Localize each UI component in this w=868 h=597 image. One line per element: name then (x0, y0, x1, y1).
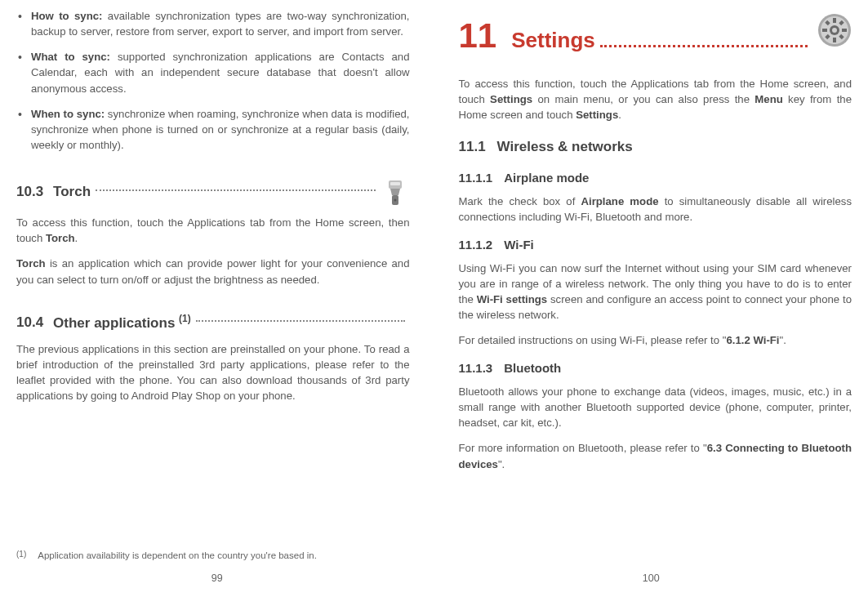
chapter-number: 11 (459, 19, 497, 53)
section-title: Airplane mode (504, 171, 589, 185)
wifi-paragraph-2: For detailed instructions on using Wi-Fi… (459, 332, 852, 348)
heading-11-1-3-bluetooth: 11.1.3Bluetooth (459, 359, 852, 377)
section-number: 11.1.3 (459, 361, 505, 375)
svg-rect-1 (390, 182, 400, 185)
section-title: Other applications (1) (53, 312, 191, 333)
text-bold: Settings (490, 93, 532, 105)
leader-dots (600, 45, 808, 47)
heading-10-3-torch: 10.3 Torch (16, 177, 410, 207)
text-bold: Wi-Fi settings (477, 293, 548, 305)
text-bold: Airplane mode (581, 195, 658, 207)
section-number: 10.3 (16, 182, 53, 203)
settings-intro-paragraph: To access this function, touch the Appli… (459, 76, 852, 123)
svg-point-15 (832, 28, 837, 33)
footnote-marker: (1) (179, 313, 191, 324)
page-100: 11 Settings (434, 0, 869, 597)
text-span: . (618, 109, 621, 121)
bluetooth-paragraph-1: Bluetooth allows your phone to exchange … (459, 384, 852, 430)
svg-rect-7 (833, 18, 836, 23)
svg-rect-10 (842, 29, 847, 32)
section-number: 11.1.1 (459, 171, 505, 185)
leader-dots (96, 189, 375, 191)
section-title: Wi-Fi (504, 238, 534, 252)
bluetooth-paragraph-2: For more information on Bluetooth, pleas… (459, 440, 852, 471)
page-99: How to sync: available synchronization t… (0, 0, 434, 597)
torch-paragraph-1: To access this function, touch the Appli… (16, 215, 410, 246)
chapter-title: Settings (511, 25, 595, 56)
page-number-99: 99 (211, 571, 223, 586)
bullet-title: When to sync: (31, 108, 105, 120)
text-span: For more information on Bluetooth, pleas… (459, 442, 707, 454)
wifi-paragraph-1: Using Wi-Fi you can now surf the Interne… (459, 261, 852, 323)
section-number: 10.4 (16, 313, 53, 333)
text-span: ". (780, 334, 786, 346)
text-bold: Settings (576, 109, 618, 121)
text-bold: 6.1.2 Wi-Fi (726, 334, 779, 346)
flashlight-icon (381, 177, 410, 207)
text-span: For detailed instructions on using Wi-Fi… (459, 334, 727, 346)
bullet-what-to-sync: What to sync: supported synchronization … (16, 49, 410, 96)
heading-11-1-wireless: 11.1Wireless & networks (459, 137, 852, 158)
chapter-11-settings-heading: 11 Settings (459, 13, 852, 56)
section-number: 11.1.2 (459, 238, 505, 252)
bullet-when-to-sync: When to sync: synchronize when roaming, … (16, 106, 410, 153)
text-span: Mark the check box of (459, 195, 581, 207)
airplane-mode-paragraph: Mark the check box of Airplane mode to s… (459, 194, 852, 225)
page-number-100: 100 (643, 571, 660, 586)
settings-gear-icon (817, 13, 852, 47)
text-span: Other applications (53, 314, 179, 330)
svg-rect-9 (822, 29, 827, 32)
text-span: on main menu, or you can also press the (532, 93, 754, 105)
footnote-text: Application availability is dependent on… (38, 549, 317, 563)
section-title: Bluetooth (504, 361, 561, 375)
bullet-how-to-sync: How to sync: available synchronization t… (16, 8, 410, 39)
footnote-1: (1) Application availability is dependen… (16, 549, 317, 563)
heading-10-4-other-apps: 10.4 Other applications (1) (16, 312, 410, 333)
heading-11-1-2-wifi: 11.1.2Wi-Fi (459, 236, 852, 254)
section-number: 11.1 (459, 139, 497, 154)
section-title: Wireless & networks (497, 139, 633, 154)
footnote-mark: (1) (16, 549, 26, 563)
heading-11-1-1-airplane: 11.1.1Airplane mode (459, 169, 852, 187)
sync-bullet-list: How to sync: available synchronization t… (16, 8, 410, 153)
section-title: Torch (53, 182, 91, 203)
other-apps-paragraph: The previous applications in this sectio… (16, 341, 410, 404)
text-bold: Torch (46, 232, 75, 244)
bullet-title: What to sync: (31, 51, 110, 63)
text-span: ". (498, 458, 505, 470)
bullet-title: How to sync: (31, 10, 102, 22)
svg-rect-8 (833, 38, 836, 42)
text-bold: Menu (754, 93, 782, 105)
text-span: is an application which can provide powe… (16, 257, 410, 285)
leader-dots (196, 320, 405, 322)
text-bold: Torch (16, 257, 46, 270)
svg-point-3 (394, 199, 396, 202)
torch-paragraph-2: Torch is an application which can provid… (16, 256, 410, 287)
text-span: . (75, 232, 78, 244)
